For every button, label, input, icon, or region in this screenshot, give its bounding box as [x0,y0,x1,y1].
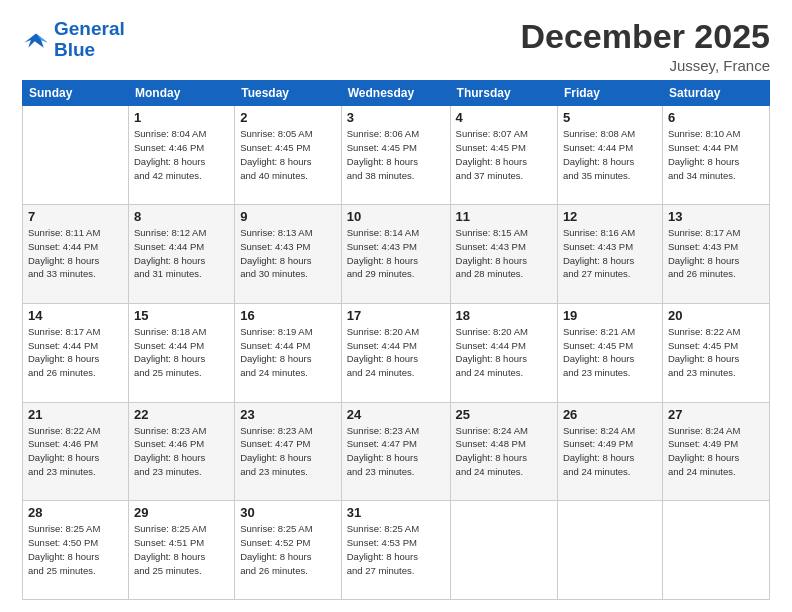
day-number: 20 [668,308,764,323]
calendar-title: December 2025 [520,18,770,55]
logo-text: General Blue [54,18,125,60]
logo: General Blue [22,18,125,60]
cell-0-6: 6Sunrise: 8:10 AM Sunset: 4:44 PM Daylig… [662,106,769,205]
cell-2-1: 15Sunrise: 8:18 AM Sunset: 4:44 PM Dayli… [128,303,234,402]
day-number: 21 [28,407,123,422]
cell-1-5: 12Sunrise: 8:16 AM Sunset: 4:43 PM Dayli… [557,205,662,304]
day-number: 15 [134,308,229,323]
day-info: Sunrise: 8:17 AM Sunset: 4:44 PM Dayligh… [28,325,123,380]
cell-3-3: 24Sunrise: 8:23 AM Sunset: 4:47 PM Dayli… [341,402,450,501]
title-block: December 2025 Jussey, France [520,18,770,74]
cell-2-2: 16Sunrise: 8:19 AM Sunset: 4:44 PM Dayli… [235,303,342,402]
cell-2-5: 19Sunrise: 8:21 AM Sunset: 4:45 PM Dayli… [557,303,662,402]
day-number: 13 [668,209,764,224]
day-info: Sunrise: 8:25 AM Sunset: 4:53 PM Dayligh… [347,522,445,577]
day-info: Sunrise: 8:22 AM Sunset: 4:46 PM Dayligh… [28,424,123,479]
header-monday: Monday [128,81,234,106]
day-number: 7 [28,209,123,224]
logo-general: General [54,18,125,39]
day-number: 5 [563,110,657,125]
page: General Blue December 2025 Jussey, Franc… [0,0,792,612]
cell-2-0: 14Sunrise: 8:17 AM Sunset: 4:44 PM Dayli… [23,303,129,402]
cell-3-1: 22Sunrise: 8:23 AM Sunset: 4:46 PM Dayli… [128,402,234,501]
day-number: 11 [456,209,552,224]
cell-3-0: 21Sunrise: 8:22 AM Sunset: 4:46 PM Dayli… [23,402,129,501]
cell-2-6: 20Sunrise: 8:22 AM Sunset: 4:45 PM Dayli… [662,303,769,402]
day-number: 4 [456,110,552,125]
cell-4-4 [450,501,557,600]
day-number: 6 [668,110,764,125]
day-info: Sunrise: 8:08 AM Sunset: 4:44 PM Dayligh… [563,127,657,182]
day-info: Sunrise: 8:05 AM Sunset: 4:45 PM Dayligh… [240,127,336,182]
header-thursday: Thursday [450,81,557,106]
day-info: Sunrise: 8:13 AM Sunset: 4:43 PM Dayligh… [240,226,336,281]
week-row-4: 28Sunrise: 8:25 AM Sunset: 4:50 PM Dayli… [23,501,770,600]
day-info: Sunrise: 8:12 AM Sunset: 4:44 PM Dayligh… [134,226,229,281]
logo-icon [22,31,50,49]
cell-3-4: 25Sunrise: 8:24 AM Sunset: 4:48 PM Dayli… [450,402,557,501]
day-number: 10 [347,209,445,224]
day-number: 26 [563,407,657,422]
cell-2-4: 18Sunrise: 8:20 AM Sunset: 4:44 PM Dayli… [450,303,557,402]
day-info: Sunrise: 8:23 AM Sunset: 4:46 PM Dayligh… [134,424,229,479]
day-info: Sunrise: 8:20 AM Sunset: 4:44 PM Dayligh… [347,325,445,380]
header: General Blue December 2025 Jussey, Franc… [22,18,770,74]
day-info: Sunrise: 8:25 AM Sunset: 4:52 PM Dayligh… [240,522,336,577]
logo-blue: Blue [54,40,125,60]
calendar-subtitle: Jussey, France [520,57,770,74]
day-info: Sunrise: 8:14 AM Sunset: 4:43 PM Dayligh… [347,226,445,281]
day-info: Sunrise: 8:11 AM Sunset: 4:44 PM Dayligh… [28,226,123,281]
day-number: 25 [456,407,552,422]
day-info: Sunrise: 8:25 AM Sunset: 4:50 PM Dayligh… [28,522,123,577]
day-number: 8 [134,209,229,224]
day-info: Sunrise: 8:23 AM Sunset: 4:47 PM Dayligh… [240,424,336,479]
calendar-header-row: SundayMondayTuesdayWednesdayThursdayFrid… [23,81,770,106]
cell-1-3: 10Sunrise: 8:14 AM Sunset: 4:43 PM Dayli… [341,205,450,304]
day-number: 2 [240,110,336,125]
day-info: Sunrise: 8:21 AM Sunset: 4:45 PM Dayligh… [563,325,657,380]
day-number: 24 [347,407,445,422]
day-info: Sunrise: 8:16 AM Sunset: 4:43 PM Dayligh… [563,226,657,281]
day-info: Sunrise: 8:22 AM Sunset: 4:45 PM Dayligh… [668,325,764,380]
day-number: 27 [668,407,764,422]
day-info: Sunrise: 8:24 AM Sunset: 4:49 PM Dayligh… [563,424,657,479]
cell-4-0: 28Sunrise: 8:25 AM Sunset: 4:50 PM Dayli… [23,501,129,600]
cell-3-2: 23Sunrise: 8:23 AM Sunset: 4:47 PM Dayli… [235,402,342,501]
day-number: 19 [563,308,657,323]
cell-4-2: 30Sunrise: 8:25 AM Sunset: 4:52 PM Dayli… [235,501,342,600]
day-info: Sunrise: 8:18 AM Sunset: 4:44 PM Dayligh… [134,325,229,380]
day-number: 1 [134,110,229,125]
cell-3-5: 26Sunrise: 8:24 AM Sunset: 4:49 PM Dayli… [557,402,662,501]
header-tuesday: Tuesday [235,81,342,106]
day-number: 31 [347,505,445,520]
cell-1-0: 7Sunrise: 8:11 AM Sunset: 4:44 PM Daylig… [23,205,129,304]
week-row-1: 7Sunrise: 8:11 AM Sunset: 4:44 PM Daylig… [23,205,770,304]
header-saturday: Saturday [662,81,769,106]
cell-4-6 [662,501,769,600]
day-info: Sunrise: 8:19 AM Sunset: 4:44 PM Dayligh… [240,325,336,380]
cell-4-3: 31Sunrise: 8:25 AM Sunset: 4:53 PM Dayli… [341,501,450,600]
day-info: Sunrise: 8:24 AM Sunset: 4:48 PM Dayligh… [456,424,552,479]
day-number: 14 [28,308,123,323]
header-wednesday: Wednesday [341,81,450,106]
cell-1-4: 11Sunrise: 8:15 AM Sunset: 4:43 PM Dayli… [450,205,557,304]
cell-4-1: 29Sunrise: 8:25 AM Sunset: 4:51 PM Dayli… [128,501,234,600]
header-friday: Friday [557,81,662,106]
day-info: Sunrise: 8:06 AM Sunset: 4:45 PM Dayligh… [347,127,445,182]
day-number: 22 [134,407,229,422]
day-info: Sunrise: 8:24 AM Sunset: 4:49 PM Dayligh… [668,424,764,479]
header-sunday: Sunday [23,81,129,106]
cell-1-1: 8Sunrise: 8:12 AM Sunset: 4:44 PM Daylig… [128,205,234,304]
cell-0-4: 4Sunrise: 8:07 AM Sunset: 4:45 PM Daylig… [450,106,557,205]
cell-1-2: 9Sunrise: 8:13 AM Sunset: 4:43 PM Daylig… [235,205,342,304]
cell-3-6: 27Sunrise: 8:24 AM Sunset: 4:49 PM Dayli… [662,402,769,501]
cell-0-1: 1Sunrise: 8:04 AM Sunset: 4:46 PM Daylig… [128,106,234,205]
day-info: Sunrise: 8:07 AM Sunset: 4:45 PM Dayligh… [456,127,552,182]
day-number: 9 [240,209,336,224]
calendar-table: SundayMondayTuesdayWednesdayThursdayFrid… [22,80,770,600]
day-number: 28 [28,505,123,520]
day-info: Sunrise: 8:25 AM Sunset: 4:51 PM Dayligh… [134,522,229,577]
day-info: Sunrise: 8:20 AM Sunset: 4:44 PM Dayligh… [456,325,552,380]
day-number: 30 [240,505,336,520]
cell-0-3: 3Sunrise: 8:06 AM Sunset: 4:45 PM Daylig… [341,106,450,205]
